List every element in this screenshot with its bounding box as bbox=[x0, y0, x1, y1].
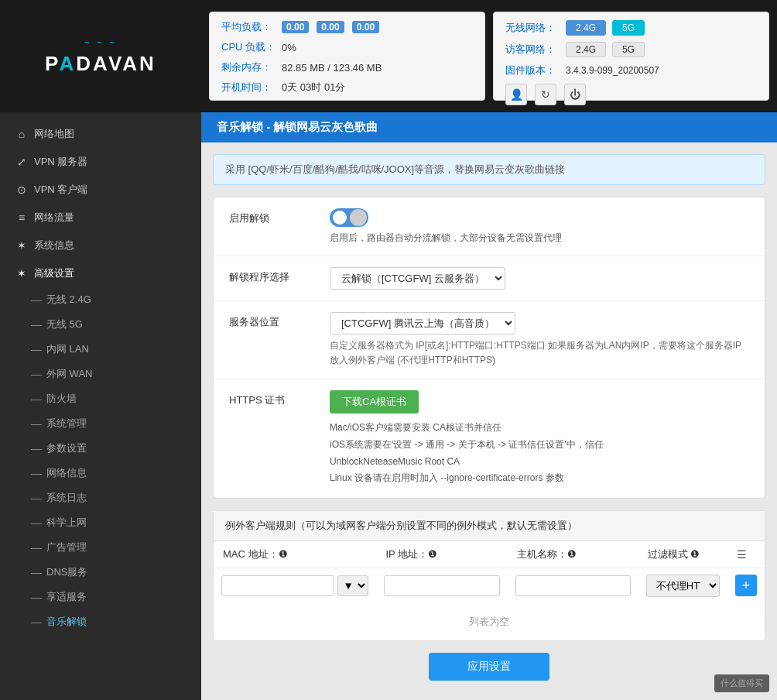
sidebar-sub-system-log[interactable]: — 系统日志 bbox=[0, 486, 201, 510]
memory-label: 剩余内存： bbox=[221, 60, 276, 74]
notice-text: 采用 [QQ/虾米/百度/酷狗/酷我/咕咪/JOOX]等音源，替换网易云变灰歌曲… bbox=[225, 163, 565, 175]
sidebar-sub-label-params: 参数设置 bbox=[46, 441, 87, 455]
sidebar-sub-dns[interactable]: — DNS服务 bbox=[0, 560, 201, 585]
dash-icon-6: — bbox=[31, 417, 42, 430]
sidebar-item-system-info[interactable]: ✶ 系统信息 bbox=[0, 232, 201, 259]
server-select[interactable]: [CTCGFW] 腾讯云上海（高音质） bbox=[330, 312, 515, 335]
form-section: 启用解锁 启用后，路由器自动分流解锁，大部分设备无需设置代理 解锁程序选择 bbox=[213, 197, 765, 499]
sidebar-sub-wireless-5g[interactable]: — 无线 5G bbox=[0, 312, 201, 337]
sidebar-sub-lan[interactable]: — 内网 LAN bbox=[0, 337, 201, 362]
sidebar-label-network-map: 网络地图 bbox=[34, 127, 74, 141]
https-hints: Mac/iOS客户端需要安装 CA根证书并信任 iOS系统需要在'设置 -> 通… bbox=[330, 420, 749, 486]
sidebar-sub-firewall[interactable]: — 防火墙 bbox=[0, 386, 201, 411]
visitor-row: 访客网络： 2.4G 5G bbox=[505, 42, 757, 57]
https-control: 下载CA根证书 Mac/iOS客户端需要安装 CA根证书并信任 iOS系统需要在… bbox=[330, 390, 749, 486]
ip-input[interactable] bbox=[384, 575, 499, 596]
col-filter-label: 过滤模式 ❶ bbox=[648, 547, 700, 561]
sidebar-item-vpn-client[interactable]: ⊙ VPN 客户端 bbox=[0, 176, 201, 204]
header-actions: 👤 ↻ ⏻ bbox=[505, 84, 757, 105]
content-inner: 采用 [QQ/虾米/百度/酷狗/酷我/咕咪/JOOX]等音源，替换网易云变灰歌曲… bbox=[201, 142, 777, 700]
sidebar-sub-network-info[interactable]: — 网络信息 bbox=[0, 461, 201, 486]
uptime-row: 开机时间： 0天 03时 01分 bbox=[221, 81, 473, 94]
wireless-24g-btn[interactable]: 2.4G bbox=[566, 20, 606, 36]
enable-toggle[interactable] bbox=[330, 208, 368, 227]
add-row-button[interactable]: + bbox=[735, 575, 757, 596]
sidebar-item-network-traffic[interactable]: ≡ 网络流量 bbox=[0, 204, 201, 232]
col-ip-header: IP 地址：❶ bbox=[376, 541, 507, 568]
sidebar-item-vpn-server[interactable]: ⤢ VPN 服务器 bbox=[0, 148, 201, 176]
sidebar-sub-ad-mgmt[interactable]: — 广告管理 bbox=[0, 535, 201, 560]
https-label: HTTPS 证书 bbox=[229, 390, 314, 407]
dash-icon-2: — bbox=[31, 318, 42, 331]
https-hint-3: UnblockNeteaseMusic Root CA bbox=[330, 454, 749, 471]
toggle-hint: 启用后，路由器自动分流解锁，大部分设备无需设置代理 bbox=[330, 232, 749, 245]
sidebar-sub-label-network-info: 网络信息 bbox=[46, 466, 87, 480]
refresh-icon-btn[interactable]: ↻ bbox=[535, 84, 556, 105]
sidebar-label-system-info: 系统信息 bbox=[34, 238, 74, 252]
server-select-wrap: [CTCGFW] 腾讯云上海（高音质） bbox=[330, 312, 749, 335]
dash-icon-14: — bbox=[31, 616, 42, 628]
header: ~ ~ ~ PADAVAN 平均负载： 0.00 0.00 0.00 CPU 负… bbox=[0, 0, 777, 112]
stats-box: 平均负载： 0.00 0.00 0.00 CPU 负载： 0% 剩余内存： 82… bbox=[209, 12, 485, 101]
filter-select[interactable]: 不代理HTTP# bbox=[646, 575, 720, 597]
empty-list-text: 列表为空 bbox=[469, 616, 509, 627]
visitor-24g-btn[interactable]: 2.4G bbox=[566, 42, 606, 57]
mac-input-cell: ▼ bbox=[214, 568, 376, 603]
col-filter-header: 过滤模式 ❶ bbox=[638, 541, 727, 568]
sidebar-sub-label-ad-mgmt: 广告管理 bbox=[46, 540, 87, 554]
logo-text: PADAVAN bbox=[45, 52, 156, 75]
refresh-icon: ↻ bbox=[541, 88, 550, 101]
dash-icon-10: — bbox=[31, 516, 42, 529]
main-layout: ⌂ 网络地图 ⤢ VPN 服务器 ⊙ VPN 客户端 ≡ 网络流量 ✶ 系统信息… bbox=[0, 112, 777, 700]
sidebar-item-network-map[interactable]: ⌂ 网络地图 bbox=[0, 120, 201, 148]
apply-settings-button[interactable]: 应用设置 bbox=[429, 653, 549, 681]
wireless-row: 无线网络： 2.4G 5G bbox=[505, 20, 757, 36]
empty-cell: 列表为空 bbox=[214, 603, 765, 640]
add-btn-cell: + bbox=[727, 568, 765, 603]
advanced-icon: ✶ bbox=[15, 267, 28, 280]
visitor-5g-btn[interactable]: 5G bbox=[612, 42, 645, 57]
download-ca-button[interactable]: 下载CA根证书 bbox=[330, 390, 419, 413]
network-box: 无线网络： 2.4G 5G 访客网络： 2.4G 5G 固件版本： 3.4.3.… bbox=[493, 12, 769, 101]
empty-row: 列表为空 bbox=[214, 603, 765, 640]
sidebar-sub-music-unlock[interactable]: — 音乐解锁 bbox=[0, 609, 201, 634]
dash-icon-13: — bbox=[31, 591, 42, 603]
sidebar-item-advanced[interactable]: ✶ 高级设置 bbox=[0, 259, 201, 287]
sidebar-sub-label-wireless-24g: 无线 2.4G bbox=[46, 293, 91, 307]
sidebar-sub-wan[interactable]: — 外网 WAN bbox=[0, 362, 201, 386]
user-icon: 👤 bbox=[510, 88, 523, 101]
dash-icon-9: — bbox=[31, 492, 42, 504]
wireless-5g-btn[interactable]: 5G bbox=[612, 20, 645, 36]
system-info-icon: ✶ bbox=[15, 239, 28, 252]
dash-icon-1: — bbox=[31, 293, 42, 306]
logo-waves: ~ ~ ~ bbox=[45, 37, 156, 48]
host-input[interactable] bbox=[515, 575, 631, 596]
firmware-label: 固件版本： bbox=[505, 63, 560, 77]
user-icon-btn[interactable]: 👤 bbox=[505, 84, 527, 105]
sidebar-sub-params[interactable]: — 参数设置 bbox=[0, 436, 201, 461]
power-icon-btn[interactable]: ⏻ bbox=[564, 84, 586, 105]
cpu-value: 0% bbox=[282, 42, 296, 53]
sidebar-sub-wireless-24g[interactable]: — 无线 2.4G bbox=[0, 287, 201, 312]
exception-table: MAC 地址：❶ IP 地址：❶ 主机名称：❶ bbox=[214, 541, 765, 640]
uptime-value: 0天 03时 01分 bbox=[282, 81, 345, 94]
mac-input[interactable] bbox=[221, 575, 334, 596]
avg-load-2: 0.00 bbox=[317, 21, 344, 33]
host-input-cell bbox=[508, 568, 638, 603]
visitor-label: 访客网络： bbox=[505, 43, 560, 57]
https-hint-2: iOS系统需要在'设置 -> 通用 -> 关于本机 -> 证书信任设置'中，信任 bbox=[330, 437, 749, 454]
logo-container: ~ ~ ~ PADAVAN bbox=[45, 37, 156, 76]
mac-dropdown[interactable]: ▼ bbox=[337, 575, 368, 596]
dash-icon-4: — bbox=[31, 368, 42, 380]
sidebar-sub-sci-internet[interactable]: — 科学上网 bbox=[0, 510, 201, 535]
sidebar-sub-relay[interactable]: — 享适服务 bbox=[0, 585, 201, 609]
col-ip-label: IP 地址：❶ bbox=[385, 547, 437, 561]
toggle-off bbox=[350, 209, 367, 226]
memory-value: 82.85 MB / 123.46 MB bbox=[282, 62, 382, 74]
server-hint: 自定义服务器格式为 IP[或名]:HTTP端口:HTTPS端口 如果服务器为LA… bbox=[330, 338, 749, 368]
sidebar-sub-system-mgmt[interactable]: — 系统管理 bbox=[0, 411, 201, 436]
program-select[interactable]: 云解锁（[CTCGFW] 云服务器） bbox=[330, 267, 505, 290]
vpn-client-icon: ⊙ bbox=[15, 184, 28, 196]
cpu-label: CPU 负载： bbox=[221, 40, 276, 54]
page-title-bar: 音乐解锁 - 解锁网易云灰色歌曲 bbox=[201, 112, 777, 142]
